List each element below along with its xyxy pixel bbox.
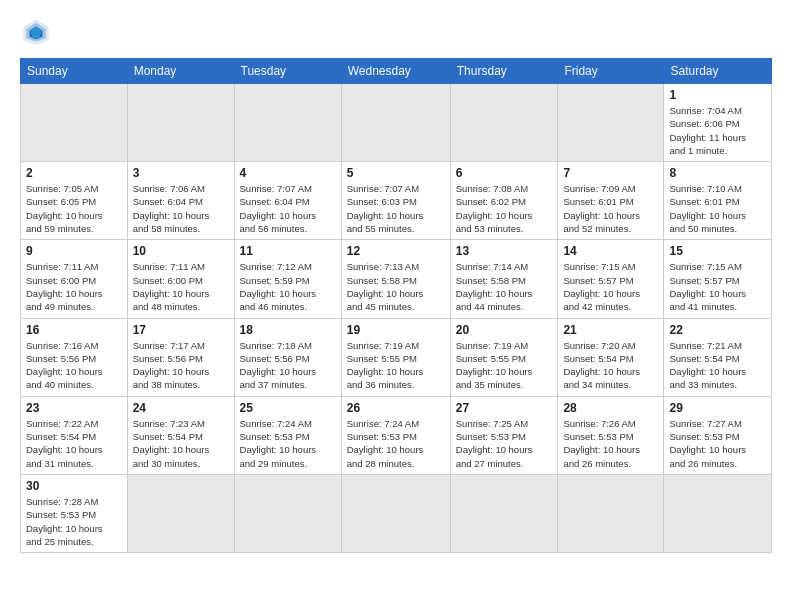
calendar-day-20: 20Sunrise: 7:19 AM Sunset: 5:55 PM Dayli… <box>450 318 558 396</box>
day-info: Sunrise: 7:22 AM Sunset: 5:54 PM Dayligh… <box>26 417 122 470</box>
day-info: Sunrise: 7:06 AM Sunset: 6:04 PM Dayligh… <box>133 182 229 235</box>
day-number: 14 <box>563 244 658 258</box>
weekday-header-saturday: Saturday <box>664 59 772 84</box>
day-number: 17 <box>133 323 229 337</box>
day-info: Sunrise: 7:18 AM Sunset: 5:56 PM Dayligh… <box>240 339 336 392</box>
day-number: 29 <box>669 401 766 415</box>
day-number: 2 <box>26 166 122 180</box>
logo <box>20 16 56 48</box>
day-number: 7 <box>563 166 658 180</box>
day-info: Sunrise: 7:28 AM Sunset: 5:53 PM Dayligh… <box>26 495 122 548</box>
day-number: 8 <box>669 166 766 180</box>
day-number: 24 <box>133 401 229 415</box>
day-info: Sunrise: 7:24 AM Sunset: 5:53 PM Dayligh… <box>240 417 336 470</box>
day-number: 13 <box>456 244 553 258</box>
day-number: 30 <box>26 479 122 493</box>
calendar-day-empty <box>558 474 664 552</box>
day-info: Sunrise: 7:13 AM Sunset: 5:58 PM Dayligh… <box>347 260 445 313</box>
day-number: 12 <box>347 244 445 258</box>
calendar-day-1: 1Sunrise: 7:04 AM Sunset: 6:06 PM Daylig… <box>664 84 772 162</box>
calendar-day-empty <box>127 84 234 162</box>
day-number: 19 <box>347 323 445 337</box>
day-info: Sunrise: 7:11 AM Sunset: 6:00 PM Dayligh… <box>133 260 229 313</box>
calendar-day-4: 4Sunrise: 7:07 AM Sunset: 6:04 PM Daylig… <box>234 162 341 240</box>
calendar-day-18: 18Sunrise: 7:18 AM Sunset: 5:56 PM Dayli… <box>234 318 341 396</box>
calendar-week-row: 1Sunrise: 7:04 AM Sunset: 6:06 PM Daylig… <box>21 84 772 162</box>
calendar-week-row: 16Sunrise: 7:16 AM Sunset: 5:56 PM Dayli… <box>21 318 772 396</box>
calendar-day-17: 17Sunrise: 7:17 AM Sunset: 5:56 PM Dayli… <box>127 318 234 396</box>
weekday-header-tuesday: Tuesday <box>234 59 341 84</box>
day-number: 3 <box>133 166 229 180</box>
day-info: Sunrise: 7:17 AM Sunset: 5:56 PM Dayligh… <box>133 339 229 392</box>
day-info: Sunrise: 7:23 AM Sunset: 5:54 PM Dayligh… <box>133 417 229 470</box>
day-info: Sunrise: 7:07 AM Sunset: 6:03 PM Dayligh… <box>347 182 445 235</box>
day-info: Sunrise: 7:08 AM Sunset: 6:02 PM Dayligh… <box>456 182 553 235</box>
calendar-day-empty <box>558 84 664 162</box>
day-number: 6 <box>456 166 553 180</box>
day-info: Sunrise: 7:19 AM Sunset: 5:55 PM Dayligh… <box>456 339 553 392</box>
day-info: Sunrise: 7:26 AM Sunset: 5:53 PM Dayligh… <box>563 417 658 470</box>
header <box>20 16 772 48</box>
calendar: SundayMondayTuesdayWednesdayThursdayFrid… <box>20 58 772 553</box>
day-number: 15 <box>669 244 766 258</box>
calendar-day-empty <box>234 474 341 552</box>
page: SundayMondayTuesdayWednesdayThursdayFrid… <box>0 0 792 612</box>
day-info: Sunrise: 7:11 AM Sunset: 6:00 PM Dayligh… <box>26 260 122 313</box>
calendar-day-27: 27Sunrise: 7:25 AM Sunset: 5:53 PM Dayli… <box>450 396 558 474</box>
calendar-week-row: 2Sunrise: 7:05 AM Sunset: 6:05 PM Daylig… <box>21 162 772 240</box>
calendar-day-14: 14Sunrise: 7:15 AM Sunset: 5:57 PM Dayli… <box>558 240 664 318</box>
day-number: 4 <box>240 166 336 180</box>
day-number: 20 <box>456 323 553 337</box>
calendar-day-26: 26Sunrise: 7:24 AM Sunset: 5:53 PM Dayli… <box>341 396 450 474</box>
weekday-header-sunday: Sunday <box>21 59 128 84</box>
weekday-header-monday: Monday <box>127 59 234 84</box>
day-number: 16 <box>26 323 122 337</box>
day-info: Sunrise: 7:24 AM Sunset: 5:53 PM Dayligh… <box>347 417 445 470</box>
day-info: Sunrise: 7:04 AM Sunset: 6:06 PM Dayligh… <box>669 104 766 157</box>
weekday-header-row: SundayMondayTuesdayWednesdayThursdayFrid… <box>21 59 772 84</box>
calendar-day-5: 5Sunrise: 7:07 AM Sunset: 6:03 PM Daylig… <box>341 162 450 240</box>
calendar-day-empty <box>450 84 558 162</box>
day-info: Sunrise: 7:16 AM Sunset: 5:56 PM Dayligh… <box>26 339 122 392</box>
calendar-day-22: 22Sunrise: 7:21 AM Sunset: 5:54 PM Dayli… <box>664 318 772 396</box>
weekday-header-thursday: Thursday <box>450 59 558 84</box>
day-info: Sunrise: 7:12 AM Sunset: 5:59 PM Dayligh… <box>240 260 336 313</box>
day-info: Sunrise: 7:19 AM Sunset: 5:55 PM Dayligh… <box>347 339 445 392</box>
calendar-day-21: 21Sunrise: 7:20 AM Sunset: 5:54 PM Dayli… <box>558 318 664 396</box>
calendar-day-29: 29Sunrise: 7:27 AM Sunset: 5:53 PM Dayli… <box>664 396 772 474</box>
calendar-day-16: 16Sunrise: 7:16 AM Sunset: 5:56 PM Dayli… <box>21 318 128 396</box>
weekday-header-friday: Friday <box>558 59 664 84</box>
calendar-week-row: 30Sunrise: 7:28 AM Sunset: 5:53 PM Dayli… <box>21 474 772 552</box>
day-info: Sunrise: 7:05 AM Sunset: 6:05 PM Dayligh… <box>26 182 122 235</box>
calendar-week-row: 9Sunrise: 7:11 AM Sunset: 6:00 PM Daylig… <box>21 240 772 318</box>
day-info: Sunrise: 7:07 AM Sunset: 6:04 PM Dayligh… <box>240 182 336 235</box>
calendar-day-2: 2Sunrise: 7:05 AM Sunset: 6:05 PM Daylig… <box>21 162 128 240</box>
calendar-day-30: 30Sunrise: 7:28 AM Sunset: 5:53 PM Dayli… <box>21 474 128 552</box>
calendar-day-15: 15Sunrise: 7:15 AM Sunset: 5:57 PM Dayli… <box>664 240 772 318</box>
calendar-day-10: 10Sunrise: 7:11 AM Sunset: 6:00 PM Dayli… <box>127 240 234 318</box>
day-info: Sunrise: 7:14 AM Sunset: 5:58 PM Dayligh… <box>456 260 553 313</box>
calendar-day-28: 28Sunrise: 7:26 AM Sunset: 5:53 PM Dayli… <box>558 396 664 474</box>
day-number: 10 <box>133 244 229 258</box>
day-info: Sunrise: 7:25 AM Sunset: 5:53 PM Dayligh… <box>456 417 553 470</box>
day-info: Sunrise: 7:20 AM Sunset: 5:54 PM Dayligh… <box>563 339 658 392</box>
calendar-day-empty <box>341 84 450 162</box>
calendar-day-12: 12Sunrise: 7:13 AM Sunset: 5:58 PM Dayli… <box>341 240 450 318</box>
day-number: 22 <box>669 323 766 337</box>
calendar-day-empty <box>234 84 341 162</box>
calendar-day-9: 9Sunrise: 7:11 AM Sunset: 6:00 PM Daylig… <box>21 240 128 318</box>
day-info: Sunrise: 7:09 AM Sunset: 6:01 PM Dayligh… <box>563 182 658 235</box>
calendar-day-empty <box>341 474 450 552</box>
day-number: 28 <box>563 401 658 415</box>
day-info: Sunrise: 7:27 AM Sunset: 5:53 PM Dayligh… <box>669 417 766 470</box>
day-info: Sunrise: 7:10 AM Sunset: 6:01 PM Dayligh… <box>669 182 766 235</box>
calendar-day-25: 25Sunrise: 7:24 AM Sunset: 5:53 PM Dayli… <box>234 396 341 474</box>
day-number: 11 <box>240 244 336 258</box>
day-number: 18 <box>240 323 336 337</box>
calendar-day-8: 8Sunrise: 7:10 AM Sunset: 6:01 PM Daylig… <box>664 162 772 240</box>
calendar-day-3: 3Sunrise: 7:06 AM Sunset: 6:04 PM Daylig… <box>127 162 234 240</box>
day-number: 9 <box>26 244 122 258</box>
weekday-header-wednesday: Wednesday <box>341 59 450 84</box>
calendar-day-23: 23Sunrise: 7:22 AM Sunset: 5:54 PM Dayli… <box>21 396 128 474</box>
day-number: 21 <box>563 323 658 337</box>
